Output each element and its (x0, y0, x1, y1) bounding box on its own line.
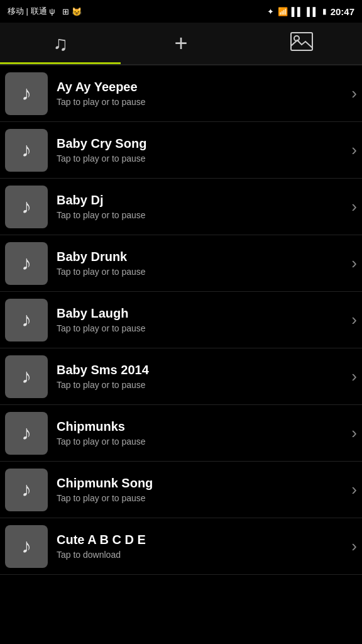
song-thumbnail: ♪ (5, 186, 48, 228)
chevron-right-icon: › (351, 423, 357, 443)
status-right: ✦ 📶 ▌▌ ▌▌ ▮ 20:47 (267, 6, 354, 17)
music-note-icon: ♪ (21, 82, 31, 105)
list-item[interactable]: ♪ Ay Ay Yeepee Tap to play or to pause › (0, 65, 362, 122)
chevron-right-icon: › (351, 84, 357, 103)
status-left: 移动 | 联通 ψ ⊞ 😺 (8, 6, 82, 17)
song-info: Baby Laugh Tap to play or to pause (57, 306, 346, 333)
chevron-right-icon: › (351, 536, 357, 556)
song-thumbnail: ♪ (5, 525, 48, 568)
song-title: Ay Ay Yeepee (57, 80, 346, 94)
list-item[interactable]: ♪ Baby Laugh Tap to play or to pause › (0, 292, 362, 348)
add-icon: + (174, 30, 187, 57)
battery-icon: ▮ (322, 7, 327, 16)
song-subtitle: Tap to play or to pause (57, 153, 346, 164)
song-subtitle: Tap to play or to pause (57, 380, 346, 390)
music-note-icon: ♪ (21, 308, 31, 331)
song-subtitle: Tap to play or to pause (57, 267, 346, 277)
music-note-icon: ♪ (21, 138, 31, 162)
song-title: Baby Cry Song (57, 136, 346, 151)
svg-rect-0 (291, 33, 312, 50)
song-thumbnail: ♪ (5, 355, 48, 398)
song-list: ♪ Ay Ay Yeepee Tap to play or to pause ›… (0, 65, 362, 575)
song-info: Baby Dj Tap to play or to pause (57, 193, 346, 220)
music-note-icon: ♪ (21, 421, 31, 445)
status-bar: 移动 | 联通 ψ ⊞ 😺 ✦ 📶 ▌▌ ▌▌ ▮ 20:47 (0, 0, 362, 23)
song-info: Chipmunks Tap to play or to pause (57, 419, 346, 447)
song-thumbnail: ♪ (5, 469, 48, 511)
song-title: Cute A B C D E (57, 533, 346, 547)
nav-music-tab[interactable]: ♫ (41, 25, 79, 62)
music-note-nav-icon: ♫ (53, 32, 68, 55)
song-info: Baby Cry Song Tap to play or to pause (57, 136, 346, 164)
music-note-icon: ♪ (21, 478, 31, 501)
song-title: Baby Sms 2014 (57, 363, 346, 377)
list-item[interactable]: ♪ Chipmunks Tap to play or to pause › (0, 405, 362, 462)
list-item[interactable]: ♪ Cute A B C D E Tap to download › (0, 518, 362, 575)
song-info: Chipmunk Song Tap to play or to pause (57, 476, 346, 503)
image-icon (290, 32, 313, 55)
song-title: Chipmunks (57, 419, 346, 434)
song-thumbnail: ♪ (5, 242, 48, 285)
nav-add-tab[interactable]: + (162, 25, 200, 62)
song-info: Ay Ay Yeepee Tap to play or to pause (57, 80, 346, 107)
music-note-icon: ♪ (21, 252, 31, 275)
music-note-icon: ♪ (21, 365, 31, 388)
song-thumbnail: ♪ (5, 299, 48, 341)
bluetooth-icon: ✦ (267, 7, 274, 16)
song-thumbnail: ♪ (5, 412, 48, 455)
song-subtitle: Tap to play or to pause (57, 436, 346, 447)
list-item[interactable]: ♪ Baby Cry Song Tap to play or to pause … (0, 122, 362, 179)
song-subtitle: Tap to download (57, 550, 346, 560)
song-subtitle: Tap to play or to pause (57, 323, 346, 333)
music-note-icon: ♪ (21, 195, 31, 218)
chevron-right-icon: › (351, 480, 357, 499)
active-tab-underline (0, 62, 121, 64)
song-title: Baby Dj (57, 193, 346, 208)
list-item[interactable]: ♪ Chipmunk Song Tap to play or to pause … (0, 462, 362, 518)
song-subtitle: Tap to play or to pause (57, 97, 346, 107)
list-item[interactable]: ♪ Baby Drunk Tap to play or to pause › (0, 235, 362, 292)
wifi-icon: 📶 (278, 7, 288, 16)
song-info: Baby Drunk Tap to play or to pause (57, 250, 346, 277)
list-item[interactable]: ♪ Baby Dj Tap to play or to pause › (0, 179, 362, 235)
song-info: Baby Sms 2014 Tap to play or to pause (57, 363, 346, 390)
chevron-right-icon: › (351, 310, 357, 330)
carrier-text: 移动 | 联通 ψ (8, 6, 55, 17)
song-subtitle: Tap to play or to pause (57, 493, 346, 503)
music-note-icon: ♪ (21, 535, 31, 558)
chevron-right-icon: › (351, 367, 357, 386)
song-title: Baby Drunk (57, 250, 346, 264)
top-nav: ♫ + (0, 23, 362, 65)
song-title: Baby Laugh (57, 306, 346, 321)
chevron-right-icon: › (351, 197, 357, 216)
extra-icons: ⊞ 😺 (62, 7, 82, 16)
chevron-right-icon: › (351, 140, 357, 160)
song-thumbnail: ♪ (5, 72, 48, 115)
time: 20:47 (331, 6, 354, 17)
chevron-right-icon: › (351, 253, 357, 273)
list-item[interactable]: ♪ Baby Sms 2014 Tap to play or to pause … (0, 348, 362, 405)
nav-image-tab[interactable] (283, 25, 321, 62)
signal-icon1: ▌▌ (292, 7, 303, 16)
signal-icon2: ▌▌ (307, 7, 318, 16)
song-title: Chipmunk Song (57, 476, 346, 491)
song-thumbnail: ♪ (5, 129, 48, 172)
song-subtitle: Tap to play or to pause (57, 210, 346, 220)
song-info: Cute A B C D E Tap to download (57, 533, 346, 560)
